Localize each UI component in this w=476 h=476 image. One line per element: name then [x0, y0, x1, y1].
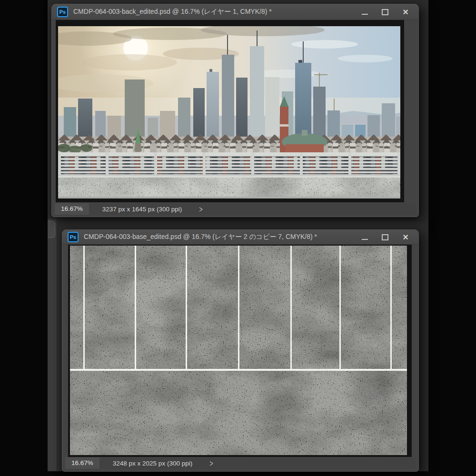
window-titlebar[interactable]: Ps CMDP-064-003-base_edited.psd @ 16.7% …	[62, 230, 418, 245]
window-title: CMDP-064-003-base_edited.psd @ 16.7% (レイ…	[84, 233, 352, 241]
maximize-button[interactable]	[376, 231, 394, 243]
photoshop-icon-label: Ps	[70, 234, 76, 240]
maximize-button[interactable]	[376, 6, 394, 18]
maximize-icon	[382, 9, 388, 15]
maximize-icon	[382, 234, 388, 240]
zoom-level-field[interactable]: 16.67%	[65, 457, 99, 469]
zoom-level-field[interactable]: 16.67%	[55, 203, 89, 215]
minimize-icon	[362, 14, 368, 15]
document-dimensions: 3237 px x 1645 px (300 ppi)	[102, 206, 182, 213]
canvas-pasteboard[interactable]	[68, 245, 412, 457]
skyline-photo[interactable]	[58, 26, 400, 198]
close-button[interactable]: ×	[397, 6, 415, 18]
photoshop-icon-label: Ps	[60, 9, 66, 15]
window-title: CMDP-064-003-back_edited.psd @ 16.7% (レイ…	[73, 8, 352, 16]
status-chevron-icon[interactable]: >	[209, 458, 213, 468]
status-bar: 16.67% 3248 px x 2025 px (300 ppi) >	[65, 457, 416, 469]
photoshop-file-icon: Ps	[57, 7, 68, 17]
window-titlebar[interactable]: Ps CMDP-064-003-back_edited.psd @ 16.7% …	[52, 4, 418, 20]
minimize-icon	[362, 239, 368, 240]
photoshop-file-icon: Ps	[68, 232, 79, 242]
concrete-texture-photo[interactable]	[70, 246, 407, 455]
document-dimensions: 3248 px x 2025 px (300 ppi)	[113, 460, 192, 467]
window-controls: ×	[356, 231, 415, 243]
minimize-button[interactable]	[356, 6, 374, 18]
canvas-pasteboard[interactable]	[56, 20, 404, 202]
document-window-base: Ps CMDP-064-003-base_edited.psd @ 16.7% …	[62, 229, 419, 472]
window-controls: ×	[356, 6, 415, 18]
status-bar: 16.67% 3237 px x 1645 px (300 ppi) >	[55, 203, 416, 215]
document-window-back: Ps CMDP-064-003-back_edited.psd @ 16.7% …	[51, 4, 419, 217]
background-window-edge[interactable]	[48, 219, 57, 471]
close-button[interactable]: ×	[397, 231, 415, 243]
status-chevron-icon[interactable]: >	[199, 204, 203, 214]
minimize-button[interactable]	[356, 231, 374, 243]
background-window-corner[interactable]	[48, 221, 55, 238]
